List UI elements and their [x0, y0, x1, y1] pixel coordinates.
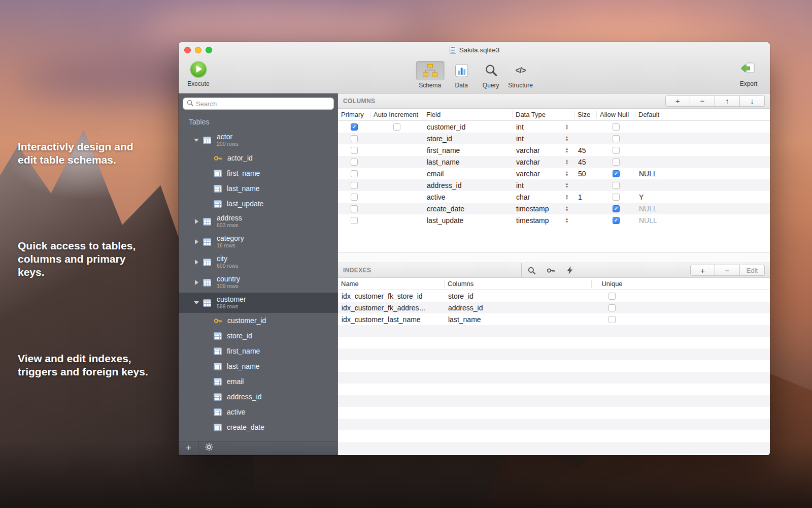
search-input[interactable] — [196, 100, 330, 108]
panel-splitter[interactable] — [338, 252, 770, 263]
column-row-last_update[interactable]: last_updatetimestamp▴▾NULL — [338, 214, 770, 226]
primary-checkbox[interactable] — [351, 182, 358, 189]
indexes-tab-trigger-icon[interactable] — [560, 266, 580, 274]
indexes-tab-search-icon[interactable] — [522, 267, 541, 274]
column-item-email[interactable]: email — [179, 374, 338, 389]
zoom-button[interactable] — [206, 47, 212, 53]
add-table-button[interactable]: + — [179, 441, 199, 455]
move-column-down-button[interactable]: ↓ — [740, 96, 765, 107]
column-item-create_date[interactable]: create_date — [179, 420, 338, 435]
table-item-customer[interactable]: customer599 rows — [179, 293, 338, 313]
unique-checkbox[interactable] — [608, 316, 616, 323]
data-type-stepper[interactable]: ▴▾ — [566, 124, 568, 130]
titlebar[interactable]: Sakila.sqlite3 — [179, 42, 770, 57]
execute-button[interactable]: Execute — [183, 59, 214, 87]
disclosure-triangle-icon[interactable] — [193, 139, 199, 142]
column-row-store_id[interactable]: store_idint▴▾ — [338, 133, 770, 144]
primary-checkbox[interactable] — [351, 205, 358, 212]
data-type-stepper[interactable]: ▴▾ — [566, 136, 568, 141]
table-item-country[interactable]: country109 rows — [179, 272, 338, 293]
column-item-customer_id[interactable]: customer_id — [179, 313, 338, 328]
disclosure-triangle-icon[interactable] — [193, 239, 199, 244]
data-type-stepper[interactable]: ▴▾ — [566, 217, 568, 223]
primary-checkbox[interactable] — [351, 147, 358, 154]
columns-header-allow-null: Allow Null — [597, 111, 635, 118]
data-type-stepper[interactable]: ▴▾ — [566, 159, 568, 165]
column-row-first_name[interactable]: first_namevarchar▴▾45 — [338, 144, 770, 156]
tab-label: Structure — [508, 82, 533, 89]
allow-null-checkbox[interactable] — [613, 217, 620, 224]
column-row-active[interactable]: activechar▴▾1Y — [338, 191, 770, 203]
data-type-stepper[interactable]: ▴▾ — [566, 171, 568, 176]
export-button[interactable]: Export — [733, 59, 764, 87]
primary-checkbox[interactable] — [351, 217, 358, 224]
data-type-value: varchar — [516, 146, 540, 154]
allow-null-checkbox[interactable] — [613, 170, 620, 177]
column-row-last_name[interactable]: last_namevarchar▴▾45 — [338, 156, 770, 168]
column-item-first_name[interactable]: first_name — [179, 343, 338, 359]
table-item-category[interactable]: category16 rows — [179, 232, 338, 252]
allow-null-checkbox[interactable] — [613, 147, 620, 154]
column-item-first_name[interactable]: first_name — [179, 166, 338, 181]
primary-checkbox[interactable] — [351, 123, 358, 131]
column-item-actor_id[interactable]: actor_id — [179, 150, 338, 166]
primary-checkbox[interactable] — [351, 135, 358, 142]
allow-null-checkbox[interactable] — [613, 135, 620, 142]
unique-checkbox[interactable] — [608, 304, 616, 311]
table-item-actor[interactable]: actor200 rows — [179, 130, 338, 150]
data-type-stepper[interactable]: ▴▾ — [566, 206, 568, 211]
default-value: Y — [635, 191, 770, 203]
allow-null-checkbox[interactable] — [613, 205, 620, 212]
index-row-3[interactable]: idx_customer_last_namelast_name — [338, 313, 770, 325]
data-type-stepper[interactable]: ▴▾ — [566, 194, 568, 200]
column-row-create_date[interactable]: create_datetimestamp▴▾NULL — [338, 203, 770, 214]
auto-increment-checkbox[interactable] — [393, 123, 400, 131]
settings-button[interactable] — [199, 441, 219, 455]
column-row-email[interactable]: emailvarchar▴▾50NULL — [338, 168, 770, 179]
column-row-address_id[interactable]: address_idint▴▾ — [338, 179, 770, 191]
add-index-button[interactable]: + — [690, 265, 715, 276]
disclosure-triangle-icon[interactable] — [193, 219, 199, 224]
disclosure-triangle-icon[interactable] — [193, 301, 199, 304]
tab-data[interactable]: Data — [449, 61, 473, 89]
tab-structure[interactable]: </>Structure — [508, 61, 533, 89]
column-row-customer_id[interactable]: customer_idint▴▾ — [338, 121, 770, 133]
data-type-stepper[interactable]: ▴▾ — [566, 147, 568, 153]
primary-checkbox[interactable] — [351, 158, 358, 166]
column-item-last_update[interactable]: last_update — [179, 196, 338, 211]
edit-index-button[interactable]: Edit — [740, 265, 765, 276]
allow-null-checkbox[interactable] — [613, 194, 620, 201]
column-item-address_id[interactable]: address_id — [179, 389, 338, 404]
tab-query[interactable]: Query — [479, 61, 503, 89]
remove-column-button[interactable]: − — [690, 96, 715, 107]
index-row-1[interactable]: idx_customer_fk_store_idstore_id — [338, 290, 770, 302]
column-item-store_id[interactable]: store_id — [179, 328, 338, 343]
disclosure-triangle-icon[interactable] — [193, 280, 199, 285]
empty-row — [338, 325, 770, 337]
primary-checkbox[interactable] — [351, 170, 358, 177]
close-button[interactable] — [184, 47, 191, 53]
index-row-2[interactable]: idx_customer_fk_addres…address_id — [338, 302, 770, 313]
size-value: 45 — [574, 156, 597, 168]
window-chrome: Sakila.sqlite3 Execute SchemaDataQuery</… — [179, 42, 770, 93]
primary-checkbox[interactable] — [351, 194, 358, 201]
search-box[interactable] — [183, 98, 334, 110]
data-type-stepper[interactable]: ▴▾ — [566, 182, 568, 188]
index-columns: store_id — [445, 290, 592, 302]
column-item-last_name[interactable]: last_name — [179, 359, 338, 374]
disclosure-triangle-icon[interactable] — [193, 260, 199, 265]
allow-null-checkbox[interactable] — [613, 158, 620, 166]
table-item-address[interactable]: address603 rows — [179, 211, 338, 232]
unique-checkbox[interactable] — [608, 293, 616, 300]
table-item-city[interactable]: city600 rows — [179, 252, 338, 272]
minimize-button[interactable] — [195, 47, 201, 53]
indexes-tab-key-icon[interactable] — [541, 266, 560, 275]
column-item-last_name[interactable]: last_name — [179, 181, 338, 196]
add-column-button[interactable]: + — [665, 96, 690, 107]
allow-null-checkbox[interactable] — [613, 182, 620, 189]
move-column-up-button[interactable]: ↑ — [715, 96, 740, 107]
column-item-active[interactable]: active — [179, 404, 338, 420]
tab-schema[interactable]: Schema — [416, 61, 444, 89]
remove-index-button[interactable]: − — [715, 265, 740, 276]
allow-null-checkbox[interactable] — [613, 123, 620, 131]
